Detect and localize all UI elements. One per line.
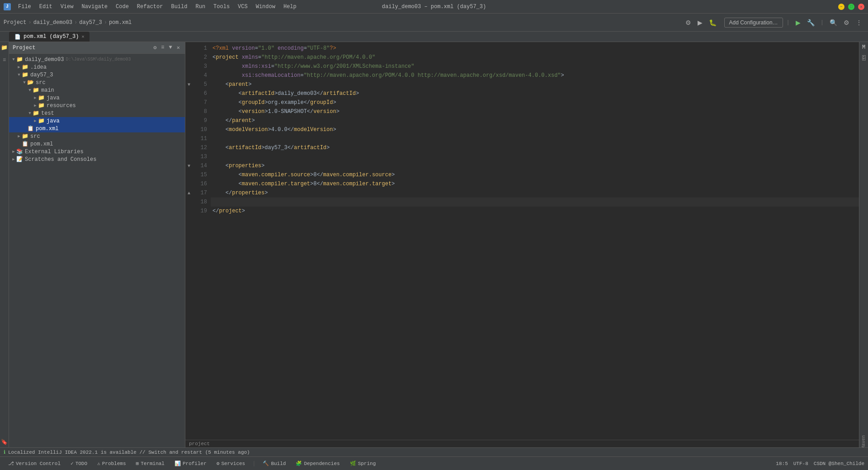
src-folder-icon: 📂 [27, 79, 34, 86]
right-tool-strip: M 🗄 Maven [859, 42, 868, 447]
database-icon[interactable]: 🗄 [860, 55, 868, 62]
breadcrumb-app[interactable]: daily_demo03 [33, 19, 72, 26]
ln-11: 11 [193, 134, 207, 143]
tree-item-scratches[interactable]: ▶ 📝 Scratches and Consoles [9, 155, 185, 163]
tree-arrow-test: ▼ [27, 111, 33, 116]
maximize-button[interactable]: □ [848, 4, 854, 10]
run-button[interactable]: ▶ [793, 18, 803, 28]
tree-item-src[interactable]: ▼ 📂 src [9, 79, 185, 86]
spring-label: Spring [358, 461, 376, 466]
tree-label-test: test [41, 110, 54, 117]
ln-5: 5 [193, 80, 207, 89]
tree-item-test[interactable]: ▼ 📁 test [9, 109, 185, 117]
tree-item-resources[interactable]: ▶ 📁 resources [9, 102, 185, 109]
src-root-folder-icon: 📁 [22, 133, 28, 140]
todo-tab[interactable]: ✓ TODO [66, 459, 92, 468]
ln-10: 10 [193, 125, 207, 134]
tree-item-day57-3[interactable]: ▼ 📁 day57_3 [9, 71, 185, 79]
menu-build[interactable]: Build [167, 3, 191, 11]
settings-button[interactable]: ⚙ [841, 18, 852, 28]
gutter-9 [185, 116, 193, 125]
run-config-button[interactable]: ▶ [695, 18, 705, 28]
main-area: 📁 ≡ 🔖 Project ⚙ ≡ ▼ ✕ ▼ 📁 daily_demo03 D… [0, 42, 868, 447]
menu-refactor[interactable]: Refactor [133, 3, 167, 11]
panel-close-icon[interactable]: ✕ [175, 44, 181, 52]
breadcrumb-project[interactable]: Project [4, 19, 26, 26]
tree-item-pom-root[interactable]: ▶ 📋 pom.xml [9, 140, 185, 148]
code-line-19: </project> [211, 207, 859, 216]
tree-item-main[interactable]: ▼ 📁 main [9, 86, 185, 94]
day57-folder-icon: 📁 [22, 71, 28, 78]
code-line-18[interactable] [211, 197, 859, 207]
tree-label-resources: resources [47, 103, 76, 109]
tree-item-external-libs[interactable]: ▶ 📚 External Libraries [9, 148, 185, 155]
ln-1: 1 [193, 44, 207, 53]
bookmark-icon[interactable]: 🔖 [1, 438, 8, 446]
breadcrumb-day[interactable]: day57_3 [79, 19, 102, 26]
code-content[interactable]: <?xml version="1.0" encoding="UTF-8"?> <… [211, 42, 859, 440]
build-tab[interactable]: 🔨 Build [258, 459, 290, 468]
version-control-tab[interactable]: ⎇ Version Control [4, 459, 65, 468]
search-everywhere-button[interactable]: 🔍 [827, 18, 840, 28]
maven-icon[interactable]: M [860, 44, 868, 51]
gutter-4 [185, 71, 193, 80]
tree-item-main-java[interactable]: ▶ 📁 java [9, 94, 185, 102]
breadcrumb: Project › daily_demo03 › day57_3 › pom.x… [4, 19, 132, 26]
panel-gear-icon[interactable]: ⚙ [152, 44, 158, 52]
menu-navigate[interactable]: Navigate [78, 3, 111, 11]
code-line-12: <artifactId>day57_3</artifactId> [211, 143, 859, 152]
encoding-label[interactable]: UTF-8 [793, 461, 808, 466]
cursor-position[interactable]: 18:5 [776, 461, 788, 466]
notification-bar: ℹ Localized IntelliJ IDEA 2022.1 is avai… [0, 447, 868, 456]
code-line-5: <parent> [211, 80, 859, 89]
add-configuration-button[interactable]: Add Configuration… [724, 18, 783, 28]
profiler-tab[interactable]: 📊 Profiler [170, 459, 211, 468]
more-button[interactable]: ⋮ [854, 18, 864, 28]
tree-item-test-java[interactable]: ▶ 📁 java [9, 117, 185, 125]
menu-tools[interactable]: Tools [210, 3, 233, 11]
tree-item-idea[interactable]: ▶ 📁 .idea [9, 63, 185, 71]
editor-tab-pom[interactable]: 📄 pom.xml (day57_3) ✕ [9, 32, 90, 42]
menu-file[interactable]: File [14, 3, 35, 11]
structure-icon[interactable]: ≡ [1, 56, 8, 64]
dependencies-tab[interactable]: 🧩 Dependencies [291, 459, 344, 468]
menu-help[interactable]: Help [280, 3, 300, 11]
tree-item-src-root[interactable]: ▶ 📁 src [9, 132, 185, 140]
services-tab[interactable]: ⚙ Services [212, 459, 250, 468]
branch-label[interactable]: CSDN @Shen_Childe [814, 461, 864, 466]
spring-tab[interactable]: 🌿 Spring [345, 459, 381, 468]
minimize-button[interactable]: – [838, 4, 844, 10]
code-line-7: <groupId>org.example</groupId> [211, 98, 859, 107]
menu-run[interactable]: Run [192, 3, 209, 11]
terminal-tab[interactable]: ⊞ Terminal [132, 459, 169, 468]
tree-label-ext-libs: External Libraries [25, 149, 84, 155]
code-line-3: xmlns:xsi="http://www.w3.org/2001/XMLSch… [211, 62, 859, 71]
menu-view[interactable]: View [57, 3, 77, 11]
breadcrumb-file[interactable]: pom.xml [109, 19, 132, 26]
debug-icon-button[interactable]: 🔧 [805, 18, 817, 28]
right-maven-label[interactable]: Maven [860, 438, 868, 446]
problems-label: Problems [102, 461, 126, 466]
menu-vcs[interactable]: VCS [234, 3, 251, 11]
menu-edit[interactable]: Edit [36, 3, 56, 11]
problems-tab[interactable]: ⚠ Problems [93, 459, 130, 468]
panel-collapse-icon[interactable]: ≡ [160, 44, 165, 52]
editor-content[interactable]: ▼ ▼ ▲ 1 [185, 42, 859, 440]
close-button[interactable]: ✕ [858, 4, 864, 10]
project-tool-icon[interactable]: 📁 [1, 44, 8, 51]
gutter-16 [185, 179, 193, 188]
settings-gear-button[interactable]: ⚙ [683, 18, 693, 28]
tree-item-pom-day57[interactable]: ▶ 📋 pom.xml [9, 125, 185, 132]
breadcrumb-sep3: › [104, 19, 107, 26]
menu-code[interactable]: Code [112, 3, 132, 11]
tree-item-daily-demo03[interactable]: ▼ 📁 daily_demo03 D:\Java\SSM\daily_demo0… [9, 56, 185, 63]
debug-button[interactable]: 🐛 [707, 18, 719, 28]
code-line-1: <?xml version="1.0" encoding="UTF-8"?> [211, 44, 859, 53]
tab-label: pom.xml (day57_3) [24, 33, 79, 40]
notification-text[interactable]: Localized IntelliJ IDEA 2022.1 is availa… [8, 450, 250, 455]
panel-settings-icon[interactable]: ▼ [168, 44, 174, 52]
tab-close-button[interactable]: ✕ [81, 34, 84, 39]
breadcrumb-sep1: › [28, 19, 31, 26]
menu-window[interactable]: Window [252, 3, 279, 11]
tree-arrow-ext-libs: ▶ [11, 149, 16, 154]
